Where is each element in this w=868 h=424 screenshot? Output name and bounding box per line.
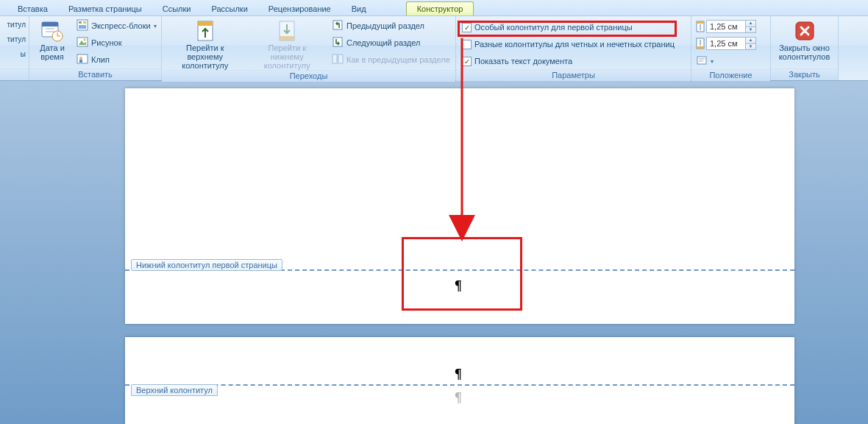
group-label-insert: Вставить bbox=[29, 68, 161, 80]
chevron-down-icon: ▾ bbox=[711, 58, 714, 65]
spinner-buttons[interactable]: ▲▼ bbox=[746, 37, 756, 50]
ribbon-tab-strip: Вставка Разметка страницы Ссылки Рассылк… bbox=[0, 0, 868, 16]
header-gallery-button[interactable]: титул bbox=[3, 21, 26, 29]
svg-rect-30 bbox=[697, 46, 704, 49]
svg-rect-32 bbox=[697, 57, 706, 64]
footer-position-icon bbox=[694, 38, 706, 49]
spinner-buttons[interactable]: ▲▼ bbox=[746, 20, 756, 33]
group-label-options: Параметры bbox=[456, 69, 691, 81]
link-to-previous-button[interactable]: Как в предыдущем разделе bbox=[329, 52, 452, 68]
checkbox-icon bbox=[462, 40, 472, 49]
insert-alignment-tab-button[interactable]: ▾ bbox=[694, 53, 756, 69]
different-first-page-checkbox[interactable]: ✓ Особый колонтитул для первой страницы bbox=[459, 19, 677, 35]
page-1[interactable]: Нижний колонтитул первой страницы ¶ bbox=[125, 88, 794, 324]
svg-rect-21 bbox=[333, 21, 342, 29]
footer-from-bottom-value[interactable]: 1,25 см bbox=[706, 37, 746, 50]
clip-art-button[interactable]: Клип bbox=[74, 52, 160, 68]
different-first-page-label: Особый колонтитул для первой страницы bbox=[474, 23, 633, 32]
svg-rect-8 bbox=[79, 21, 82, 24]
tab-design[interactable]: Конструктор bbox=[406, 1, 474, 15]
svg-point-13 bbox=[84, 39, 86, 41]
group-label-close: Закрыть bbox=[771, 68, 838, 80]
goto-footer-button[interactable]: Перейти к нижнему колонтитулу bbox=[247, 18, 328, 70]
footer-from-bottom-spinner[interactable]: 1,25 см ▲▼ bbox=[694, 36, 756, 51]
svg-rect-16 bbox=[79, 60, 82, 63]
footer-tag-first-page[interactable]: Нижний колонтитул первой страницы bbox=[131, 259, 282, 271]
page-2[interactable]: Верхний колонтитул ¶ ¶ bbox=[125, 337, 794, 424]
svg-rect-10 bbox=[79, 25, 86, 29]
picture-icon bbox=[77, 36, 88, 49]
previous-section-label: Предыдущий раздел bbox=[346, 21, 424, 30]
header-position-icon bbox=[694, 21, 706, 32]
date-time-button[interactable]: Дата и время bbox=[32, 18, 72, 61]
header-tag[interactable]: Верхний колонтитул bbox=[131, 384, 218, 396]
svg-rect-20 bbox=[280, 36, 294, 40]
goto-header-button[interactable]: Перейти к верхнему колонтитулу bbox=[165, 18, 246, 70]
group-label-position: Положение bbox=[691, 69, 770, 81]
group-label-hf bbox=[0, 68, 29, 80]
svg-rect-24 bbox=[338, 54, 343, 63]
picture-button[interactable]: Рисунок bbox=[74, 35, 160, 51]
building-blocks-icon bbox=[77, 19, 88, 32]
page-number-button[interactable]: ы bbox=[3, 50, 26, 58]
checkbox-icon: ✓ bbox=[462, 23, 472, 32]
tab-insert[interactable]: Вставка bbox=[7, 2, 58, 15]
header-from-top-value[interactable]: 1,25 см bbox=[706, 20, 746, 33]
picture-label: Рисунок bbox=[91, 38, 122, 47]
link-to-previous-label: Как в предыдущем разделе bbox=[346, 55, 450, 64]
calendar-clock-icon bbox=[40, 19, 64, 43]
tab-page-layout[interactable]: Разметка страницы bbox=[58, 2, 152, 15]
alignment-tab-icon bbox=[696, 54, 708, 68]
tab-review[interactable]: Рецензирование bbox=[258, 2, 341, 15]
footer-gallery-button[interactable]: титул bbox=[3, 35, 26, 43]
tab-references[interactable]: Ссылки bbox=[152, 2, 202, 15]
header-from-top-spinner[interactable]: 1,25 см ▲▼ bbox=[694, 19, 756, 34]
quick-parts-label: Экспресс-блоки bbox=[91, 21, 151, 30]
next-section-icon bbox=[332, 36, 344, 49]
clip-art-icon bbox=[77, 53, 88, 66]
goto-header-icon bbox=[193, 19, 217, 43]
svg-rect-1 bbox=[42, 22, 58, 26]
tab-view[interactable]: Вид bbox=[341, 2, 377, 15]
previous-section-icon bbox=[332, 19, 344, 32]
chevron-down-icon: ▾ bbox=[154, 23, 157, 29]
date-time-label: Дата и время bbox=[37, 43, 68, 61]
clip-art-label: Клип bbox=[91, 55, 110, 64]
goto-footer-icon bbox=[275, 19, 299, 43]
document-area: Нижний колонтитул первой страницы ¶ Верх… bbox=[0, 81, 868, 424]
different-odd-even-label: Разные колонтитулы для четных и нечетных… bbox=[474, 40, 675, 49]
show-document-text-label: Показать текст документа bbox=[474, 57, 572, 66]
svg-rect-18 bbox=[198, 21, 213, 26]
previous-section-button[interactable]: Предыдущий раздел bbox=[329, 18, 452, 34]
checkbox-icon: ✓ bbox=[462, 57, 472, 66]
tab-mailings[interactable]: Рассылки bbox=[201, 2, 257, 15]
close-icon bbox=[793, 19, 817, 43]
svg-rect-23 bbox=[332, 54, 337, 63]
svg-rect-9 bbox=[83, 21, 86, 24]
pilcrow-mark: ¶ bbox=[455, 390, 462, 406]
close-header-footer-button[interactable]: Закрыть окно колонтитулов bbox=[775, 18, 835, 61]
svg-point-15 bbox=[79, 57, 82, 60]
header-boundary-line bbox=[125, 384, 794, 386]
different-odd-even-checkbox[interactable]: Разные колонтитулы для четных и нечетных… bbox=[459, 36, 677, 52]
link-to-previous-icon bbox=[332, 53, 344, 66]
pilcrow-mark: ¶ bbox=[455, 278, 462, 294]
goto-header-label: Перейти к верхнему колонтитулу bbox=[169, 43, 241, 70]
svg-rect-27 bbox=[697, 21, 704, 24]
goto-footer-label: Перейти к нижнему колонтитулу bbox=[252, 43, 324, 70]
ribbon: титул титул ы Дата и время bbox=[0, 16, 868, 81]
close-header-footer-label: Закрыть окно колонтитулов bbox=[779, 43, 830, 61]
next-section-label: Следующий раздел bbox=[346, 38, 420, 47]
quick-parts-button[interactable]: Экспресс-блоки ▾ bbox=[74, 18, 160, 34]
pilcrow-mark: ¶ bbox=[455, 367, 462, 382]
show-document-text-checkbox[interactable]: ✓ Показать текст документа bbox=[459, 53, 677, 69]
group-label-nav: Переходы bbox=[162, 70, 455, 82]
next-section-button[interactable]: Следующий раздел bbox=[329, 35, 452, 51]
